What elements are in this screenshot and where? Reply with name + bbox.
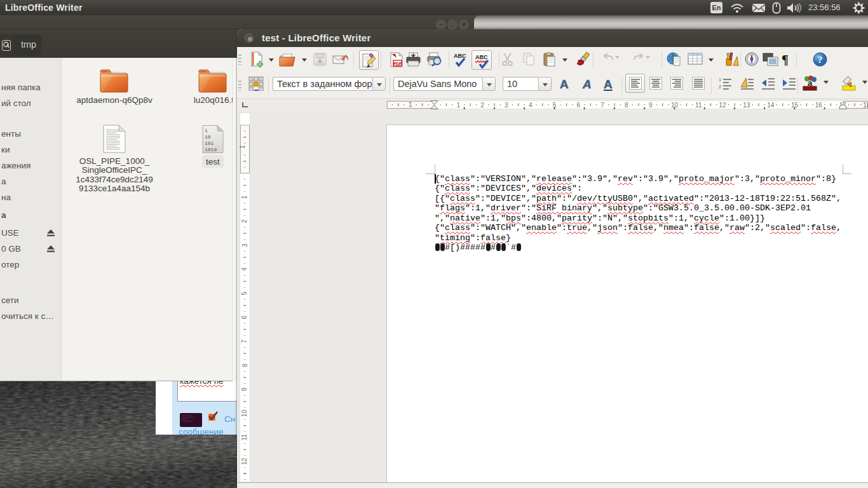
- svg-text:10: 10: [671, 102, 679, 109]
- svg-text:9: 9: [241, 388, 248, 391]
- svg-text:15: 15: [791, 102, 799, 109]
- svg-text:3: 3: [505, 102, 508, 109]
- svg-text:7: 7: [600, 102, 604, 109]
- svg-text:5: 5: [553, 102, 557, 109]
- svg-text:9: 9: [649, 102, 653, 109]
- svg-text:2: 2: [719, 85, 721, 89]
- svg-text:18: 18: [863, 102, 868, 109]
- svg-text:PDF: PDF: [393, 62, 402, 66]
- svg-text:1: 1: [240, 145, 247, 149]
- svg-text:5: 5: [241, 291, 248, 295]
- svg-text:1: 1: [241, 195, 248, 199]
- svg-text:4: 4: [241, 268, 248, 271]
- svg-text:6: 6: [577, 102, 581, 109]
- svg-text:8: 8: [241, 363, 248, 367]
- svg-text:?: ?: [818, 55, 823, 65]
- svg-text:7: 7: [241, 339, 248, 343]
- svg-text:10: 10: [241, 410, 248, 417]
- svg-text:101: 101: [205, 140, 214, 146]
- svg-text:1: 1: [205, 128, 208, 133]
- svg-text:2: 2: [480, 102, 484, 109]
- svg-text:10: 10: [205, 134, 211, 140]
- svg-text:ABC: ABC: [454, 53, 466, 59]
- svg-text:14: 14: [767, 102, 775, 109]
- svg-text:1: 1: [409, 101, 412, 108]
- svg-text:1010: 1010: [205, 147, 217, 152]
- svg-text:13: 13: [743, 102, 750, 109]
- svg-text:11: 11: [241, 434, 248, 441]
- svg-text:4: 4: [529, 102, 532, 109]
- svg-text:16: 16: [815, 102, 823, 109]
- svg-text:8: 8: [625, 102, 628, 109]
- svg-text:2: 2: [241, 219, 248, 223]
- svg-text:ABC: ABC: [475, 54, 488, 60]
- svg-text:¶: ¶: [782, 53, 789, 67]
- svg-text:3: 3: [241, 243, 248, 247]
- svg-text:12: 12: [719, 102, 727, 109]
- svg-text:12: 12: [241, 458, 248, 465]
- svg-text:1: 1: [719, 78, 721, 82]
- svg-text:11: 11: [695, 102, 702, 109]
- svg-text:1: 1: [457, 102, 461, 109]
- svg-text:6: 6: [241, 315, 248, 319]
